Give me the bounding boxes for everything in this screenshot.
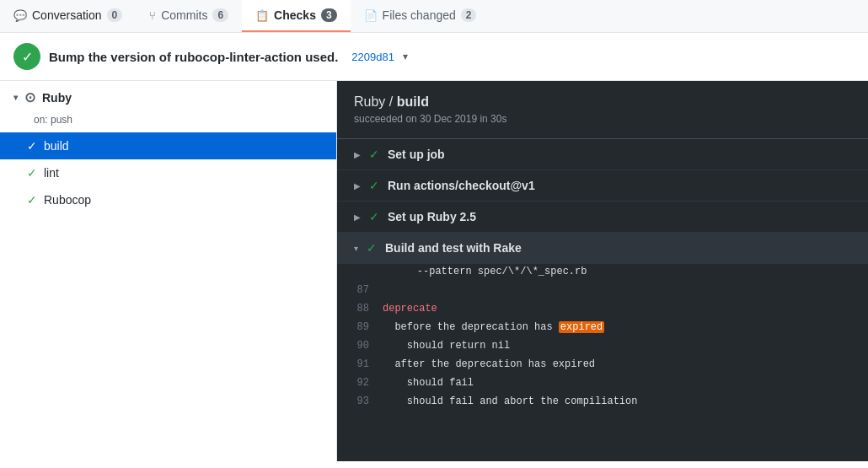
check-icon-rubocop: ✓ (27, 193, 37, 207)
step-check-build-test: ✓ (367, 241, 377, 255)
line-num-88: 88 (337, 301, 379, 316)
commit-success-icon: ✓ (13, 43, 40, 70)
panel-title-prefix: Ruby / (354, 94, 397, 109)
tab-checks-label: Checks (274, 8, 316, 22)
code-block: --pattern spec/\*/\*_spec.rb 87 88 depre… (337, 264, 868, 412)
line-content-92: should fail (379, 375, 868, 390)
code-line-pattern: --pattern spec/\*/\*_spec.rb (337, 264, 868, 282)
sidebar-item-rubocop[interactable]: ✓ Rubocop (0, 186, 336, 213)
step-chevron-setup-job: ▶ (354, 150, 361, 159)
tab-checks[interactable]: 📋 Checks 3 (242, 0, 351, 32)
check-icon-build: ✓ (27, 139, 37, 153)
tab-commits[interactable]: ⑂ Commits 6 (136, 0, 242, 32)
tab-conversation-count: 0 (107, 8, 123, 22)
step-chevron-build-test: ▾ (354, 244, 358, 253)
group-chevron: ▾ (13, 93, 18, 102)
step-chevron-ruby: ▶ (354, 212, 361, 222)
line-content-pattern: --pattern spec/\*/\*_spec.rb (379, 264, 868, 279)
code-line-88: 88 deprecate (337, 301, 868, 320)
code-line-91: 91 after the deprecation has expired (337, 357, 868, 375)
tab-commits-count: 6 (212, 8, 228, 22)
commit-bar: ✓ Bump the version of rubocop-linter-act… (0, 33, 868, 81)
line-num-92: 92 (337, 375, 379, 390)
step-chevron-checkout: ▶ (354, 181, 361, 191)
tab-conversation[interactable]: 💬 Conversation 0 (0, 0, 136, 32)
line-num-87: 87 (337, 282, 379, 298)
line-content-91: after the deprecation has expired (379, 357, 868, 372)
step-check-ruby: ✓ (369, 210, 379, 223)
line-content-93: should fail and abort the compiliation (379, 394, 868, 409)
tab-conversation-label: Conversation (32, 8, 102, 22)
commits-icon: ⑂ (149, 9, 156, 22)
main-content: ▾ ⊙ Ruby on: push ✓ build ✓ lint ✓ Ruboc… (0, 81, 868, 461)
group-icon: ⊙ (24, 89, 35, 105)
line-num-pattern (337, 264, 379, 267)
sidebar-item-build[interactable]: ✓ build (0, 132, 336, 159)
line-num-93: 93 (337, 394, 379, 409)
line-content-89: before the deprecation has expired (379, 320, 868, 335)
tab-checks-count: 3 (321, 8, 337, 22)
step-name-checkout: Run actions/checkout@v1 (388, 179, 535, 192)
right-panel: Ruby / build succeeded on 30 Dec 2019 in… (337, 81, 868, 461)
code-line-93: 93 should fail and abort the compiliatio… (337, 394, 868, 412)
right-panel-header: Ruby / build succeeded on 30 Dec 2019 in… (337, 81, 868, 139)
panel-subtitle: succeeded on 30 Dec 2019 in 30s (354, 113, 851, 125)
sidebar-item-build-label: build (44, 139, 69, 153)
step-checkout[interactable]: ▶ ✓ Run actions/checkout@v1 (337, 170, 868, 202)
tab-commits-label: Commits (161, 8, 207, 22)
check-icon-lint: ✓ (27, 166, 37, 180)
panel-title-bold: build (397, 94, 429, 109)
step-setup-job[interactable]: ▶ ✓ Set up job (337, 139, 868, 170)
sidebar: ▾ ⊙ Ruby on: push ✓ build ✓ lint ✓ Ruboc… (0, 81, 337, 461)
commit-sha-arrow: ▾ (403, 51, 408, 62)
sidebar-item-rubocop-label: Rubocop (44, 193, 91, 207)
step-check-setup-job: ✓ (369, 148, 379, 161)
commit-sha[interactable]: 2209d81 (351, 51, 394, 63)
sidebar-group-ruby[interactable]: ▾ ⊙ Ruby (0, 81, 336, 114)
conversation-icon: 💬 (13, 9, 27, 22)
commit-title: Bump the version of rubocop-linter-actio… (49, 50, 338, 64)
group-name: Ruby (42, 91, 72, 105)
sidebar-item-lint[interactable]: ✓ lint (0, 159, 336, 186)
tab-files-changed[interactable]: 📄 Files changed 2 (351, 0, 490, 32)
tab-files-count: 2 (461, 8, 477, 22)
step-name-build-test: Build and test with Rake (385, 241, 522, 255)
checks-icon: 📋 (255, 9, 269, 22)
tab-bar: 💬 Conversation 0 ⑂ Commits 6 📋 Checks 3 … (0, 0, 868, 33)
code-line-92: 92 should fail (337, 375, 868, 394)
step-check-checkout: ✓ (369, 179, 379, 192)
line-num-90: 90 (337, 338, 379, 353)
code-line-89: 89 before the deprecation has expired (337, 320, 868, 338)
sidebar-item-lint-label: lint (44, 166, 59, 180)
line-content-88: deprecate (379, 301, 868, 316)
line-content-90: should return nil (379, 338, 868, 353)
step-setup-ruby[interactable]: ▶ ✓ Set up Ruby 2.5 (337, 202, 868, 233)
step-name-ruby: Set up Ruby 2.5 (388, 210, 476, 223)
sidebar-sub-label: on: push (0, 114, 336, 132)
line-num-91: 91 (337, 357, 379, 372)
files-icon: 📄 (364, 9, 378, 22)
tab-files-label: Files changed (383, 8, 456, 22)
code-line-90: 90 should return nil (337, 338, 868, 357)
line-num-89: 89 (337, 320, 379, 335)
line-content-87 (379, 282, 868, 286)
code-line-87: 87 (337, 282, 868, 301)
step-build-test[interactable]: ▾ ✓ Build and test with Rake (337, 233, 868, 264)
step-name-setup-job: Set up job (388, 148, 445, 161)
panel-title: Ruby / build (354, 94, 851, 110)
